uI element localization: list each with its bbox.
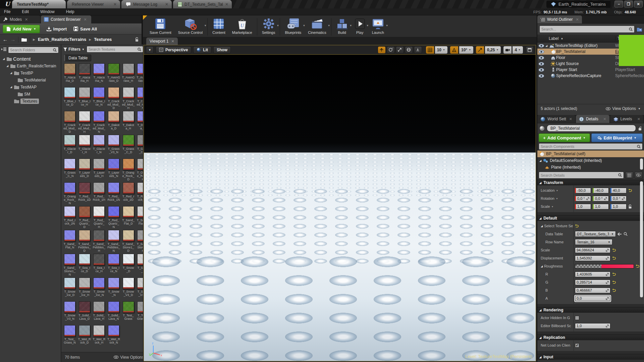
asset-item[interactable]: T_Blue_Ice_H	[78, 87, 91, 111]
window-tab-message-log[interactable]: Message Log✕	[121, 0, 172, 8]
tab-close-icon[interactable]: ✕	[84, 17, 87, 22]
tab-close-icon[interactable]: ✕	[225, 2, 228, 7]
number-field[interactable]: 0,466667	[575, 288, 610, 293]
reset-to-default-icon[interactable]: ⮌	[628, 188, 632, 192]
outliner-search-box[interactable]	[539, 25, 635, 33]
rotate-gizmo-button[interactable]	[387, 46, 395, 54]
surface-snap-button[interactable]	[414, 46, 422, 54]
visibility-eye-icon[interactable]	[537, 68, 545, 72]
asset-item[interactable]: T_Snow_V3_D	[122, 278, 135, 301]
details-scrollbar[interactable]	[640, 181, 643, 297]
reset-to-default-icon[interactable]: ⮌	[575, 224, 579, 228]
asset-item[interactable]: T_Sand_Flat_D	[122, 206, 135, 230]
visibility-eye-icon[interactable]	[537, 44, 545, 48]
asset-item[interactable]: T_Sand_Flat_N	[63, 230, 76, 254]
component-plane-inherited-[interactable]: Plane (Inherited)	[537, 164, 644, 171]
asset-item[interactable]: T_Grass_V3_N	[107, 135, 120, 159]
vector-field[interactable]: 1,0	[575, 204, 591, 209]
tree-item-testbp[interactable]: ◢TestBP	[0, 69, 61, 76]
asset-item[interactable]: T_Grass_C_N	[63, 159, 76, 182]
asset-item[interactable]: T_Red_rock_2D	[122, 182, 135, 206]
components-scrollbar[interactable]	[640, 159, 643, 170]
checkbox-net-load-on-clien[interactable]: ✔	[575, 343, 579, 348]
vector-field[interactable]: 1,0	[593, 204, 609, 209]
perspective-button[interactable]: Perspective	[156, 46, 191, 54]
tab-content-browser[interactable]: Content Browser✕	[41, 15, 91, 23]
number-field[interactable]: 0,0	[575, 296, 610, 301]
asset-item[interactable]: T_Red_Quartz_N	[107, 206, 120, 230]
asset-item[interactable]: T_Wet_Rock_D	[78, 325, 91, 349]
checkbox-actor-hidden-in-g[interactable]	[575, 316, 579, 320]
outliner-search-input[interactable]	[541, 27, 628, 31]
asset-item[interactable]: T_Cracked_Mud_N	[93, 111, 105, 135]
vector-field[interactable]: 1,0	[610, 204, 627, 209]
asset-item[interactable]: T_Glacier_N	[93, 135, 105, 159]
drag-handle-icon[interactable]	[604, 324, 609, 327]
vector-field[interactable]: 0,0 °	[593, 196, 609, 201]
toolbar-launch[interactable]: ▼Launch	[368, 17, 388, 35]
section-header-rendering[interactable]: ◢Rendering	[537, 307, 644, 313]
number-field[interactable]: 1,433605	[575, 272, 610, 277]
save-all-button[interactable]: Save All	[73, 26, 97, 32]
search-details-box[interactable]	[539, 172, 624, 179]
toolbar-blueprints[interactable]: ▼Blueprints	[281, 17, 305, 35]
breadcrumb-item[interactable]: Textures	[94, 37, 112, 42]
menu-file[interactable]: File	[4, 9, 10, 14]
asset-item[interactable]: T_Sea_Ice_H	[93, 254, 105, 278]
reset-to-default-icon[interactable]: ⮌	[636, 264, 639, 268]
sources-toggle-icon[interactable]	[1, 47, 7, 52]
lock-open-icon[interactable]	[638, 126, 642, 131]
search-folders-box[interactable]	[8, 47, 59, 53]
asset-item[interactable]: T_Blue_Ice_D	[63, 87, 76, 111]
reset-to-default-icon[interactable]: ⮌	[612, 280, 616, 284]
search-assets-box[interactable]	[87, 46, 143, 53]
property-caret-icon[interactable]: ◢	[541, 265, 543, 268]
reset-to-default-icon[interactable]: ⮌	[612, 272, 616, 276]
viewport-canvas[interactable]: z y x Level: TextureTestMap (Persistent)	[144, 55, 536, 361]
property-matrix-icon[interactable]	[625, 172, 633, 179]
drag-handle-icon[interactable]	[604, 249, 609, 252]
asset-item[interactable]: T_Orange_Rock_D	[122, 159, 135, 182]
asset-item[interactable]: T_Cracked_Mud_D	[63, 111, 76, 135]
close-button[interactable]: ✕	[634, 1, 643, 7]
search-components-box[interactable]	[539, 143, 643, 150]
lit-mode-button[interactable]: Lit	[193, 46, 211, 54]
asset-item[interactable]: T_Layered1_D	[78, 159, 91, 182]
asset-item[interactable]: T_Cracked_Mud_H	[78, 111, 91, 135]
drag-handle-icon[interactable]	[604, 281, 609, 284]
roughness-color-bar[interactable]	[575, 264, 634, 268]
asset-item[interactable]: T_Solid_Lava_N	[107, 301, 120, 325]
scale-snap-icon[interactable]	[476, 46, 484, 54]
tab-close-icon[interactable]: ✕	[637, 117, 640, 121]
asset-item[interactable]: T_Snow_Ice_D	[63, 278, 76, 301]
component-caret-icon[interactable]: ◢	[539, 159, 541, 162]
camera-speed-icon[interactable]	[503, 46, 512, 54]
tree-item-testmaterial[interactable]: TestMaterial	[0, 76, 61, 83]
asset-item[interactable]: T_Solid_Lava_H	[93, 301, 105, 325]
asset-item[interactable]: T_Snow_D	[122, 254, 135, 278]
outliner-view-options-button[interactable]: View Options▼	[606, 106, 641, 111]
asset-item[interactable]: T_Snow_N	[107, 278, 120, 301]
tree-caret-icon[interactable]: ◢	[9, 71, 13, 74]
section-header-input[interactable]: ◢Input	[537, 354, 644, 360]
reset-to-default-icon[interactable]: ⮌	[612, 248, 616, 252]
viewport-tab[interactable]: Viewport 1✕	[146, 38, 178, 45]
asset-item[interactable]: T_Red_rock_2N	[63, 206, 76, 230]
drag-handle-icon[interactable]	[604, 273, 609, 276]
minimize-button[interactable]: –	[614, 1, 623, 7]
visibility-eye-icon[interactable]	[537, 56, 545, 60]
new-folder-icon[interactable]	[637, 27, 642, 32]
tree-item-testmap[interactable]: ◢TestMAP	[0, 83, 61, 90]
asset-item[interactable]: T_Sea_Ice_N	[107, 254, 120, 278]
asset-item[interactable]: T_Sand_Pebbles_N	[107, 230, 120, 254]
asset-item[interactable]: T_Blue_Ice_N	[93, 87, 105, 111]
toolbar-source-control[interactable]: ▼Source Control	[175, 17, 206, 35]
component-bp-testmaterial-self-[interactable]: BP_TestMaterial (self)	[537, 150, 644, 157]
asset-item[interactable]: T_Snow_V3_N	[63, 301, 76, 325]
visibility-eye-icon[interactable]	[537, 62, 545, 66]
asset-item[interactable]: T_Wet_Rock_N	[107, 325, 120, 349]
scale-snap-value[interactable]: 0,25▼	[485, 46, 501, 54]
asset-item[interactable]: T_Red_Rock_1H	[93, 182, 105, 206]
grid-snap-value[interactable]: 10▼	[435, 46, 447, 54]
drag-handle-icon[interactable]	[604, 297, 609, 300]
